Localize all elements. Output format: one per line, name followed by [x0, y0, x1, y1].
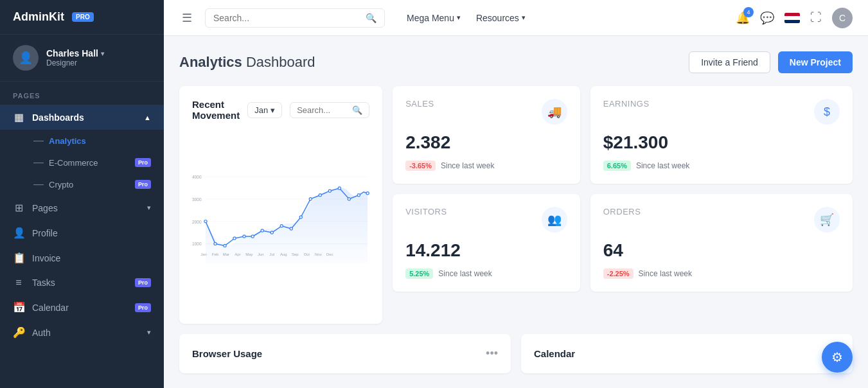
svg-point-21: [328, 190, 331, 192]
resources-link[interactable]: Resources ▾: [470, 9, 532, 27]
user-info: Charles Hall ▾ Designer: [46, 48, 151, 67]
visitors-value: 14.212: [405, 240, 567, 261]
svg-point-13: [251, 235, 254, 238]
user-avatar-top[interactable]: C: [832, 8, 853, 28]
user-section[interactable]: 👤 Charles Hall ▾ Designer: [0, 35, 164, 82]
sales-icon: 🚚: [542, 99, 567, 125]
svg-point-22: [338, 187, 341, 190]
chevron-up-icon: ▲: [144, 114, 151, 121]
svg-point-19: [309, 198, 312, 200]
sidebar-item-invoice[interactable]: 📋 Invoice: [0, 245, 164, 270]
sidebar-item-analytics[interactable]: — Analytics: [0, 130, 164, 152]
sidebar-item-profile[interactable]: 👤 Profile: [0, 220, 164, 245]
orders-label: Orders: [603, 207, 641, 216]
expand-icon[interactable]: ⛶: [810, 11, 822, 24]
svg-text:Dec: Dec: [326, 252, 333, 256]
sidebar-item-tasks[interactable]: ≡ Tasks Pro: [0, 270, 164, 295]
nav-group-header-dashboards[interactable]: ▦ Dashboards ▲: [0, 105, 164, 130]
chevron-down-icon: ▾: [457, 13, 461, 22]
sales-badge: -3.65%: [405, 161, 436, 171]
visitors-card: Visitors 👥 14.212 5.25% Since last week: [393, 194, 580, 292]
page-title-wrap: Analytics Dashboard: [179, 54, 689, 71]
sidebar-item-pages[interactable]: ⊞ Pages ▾: [0, 195, 164, 220]
earnings-footer: 6.65% Since last week: [603, 161, 840, 171]
user-role: Designer: [46, 58, 151, 67]
svg-text:Nov: Nov: [315, 252, 322, 256]
auth-label: Auth: [32, 328, 139, 338]
profile-label: Profile: [32, 228, 151, 238]
sidebar-item-auth[interactable]: 🔑 Auth ▾: [0, 320, 164, 345]
page-header: Analytics Dashboard Invite a Friend New …: [179, 51, 853, 73]
visitors-footer: 5.25% Since last week: [405, 269, 567, 279]
svg-point-23: [348, 198, 350, 200]
orders-card: Orders 🛒 64 -2.25% Since last week: [590, 194, 853, 292]
auth-icon: 🔑: [13, 326, 24, 339]
message-icon[interactable]: 💬: [760, 11, 774, 25]
mega-menu-link[interactable]: Mega Menu ▾: [400, 9, 467, 27]
main-grid: Sales 🚚 2.382 -3.65% Since last week Vis…: [179, 86, 853, 324]
invoice-label: Invoice: [32, 253, 151, 263]
ecommerce-label: E-Commerce: [49, 158, 98, 168]
nav-links: Mega Menu ▾ Resources ▾: [400, 9, 532, 27]
calendar-label: Calendar: [32, 303, 127, 313]
svg-text:Jan: Jan: [200, 252, 207, 256]
month-label: Jan: [254, 105, 268, 115]
topbar: ☰ 🔍 Mega Menu ▾ Resources ▾ 🔔 4 💬 ⛶ C: [164, 0, 868, 36]
search-input[interactable]: [213, 13, 360, 23]
browser-usage-card: Browser Usage •••: [179, 334, 511, 373]
chevron-down-month: ▾: [270, 105, 275, 115]
orders-icon: 🛒: [814, 207, 840, 233]
svg-point-14: [261, 229, 263, 232]
earnings-card-header: Earnings $: [603, 99, 840, 125]
month-select[interactable]: Jan ▾: [247, 102, 282, 118]
brand-badge: PRO: [72, 12, 94, 22]
topbar-right: 🔔 4 💬 ⛶ C: [736, 8, 853, 28]
pages-label: Pages: [0, 82, 164, 105]
visitors-badge: 5.25%: [405, 269, 433, 279]
header-actions: Invite a Friend New Project: [689, 51, 853, 73]
new-project-button[interactable]: New Project: [778, 51, 853, 73]
hamburger-icon[interactable]: ☰: [179, 8, 195, 28]
dash-icon: —: [33, 135, 44, 146]
svg-text:May: May: [245, 252, 252, 256]
svg-text:Sep: Sep: [292, 252, 299, 256]
svg-point-25: [366, 192, 369, 195]
svg-point-10: [224, 244, 226, 247]
earnings-since: Since last week: [636, 161, 689, 170]
search-wrap[interactable]: 🔍: [205, 8, 385, 28]
calendar-card-title: Calendar: [534, 348, 575, 359]
pro-badge-crypto: Pro: [135, 180, 151, 189]
orders-badge: -2.25%: [603, 269, 633, 279]
chart-search-wrap[interactable]: 🔍: [290, 102, 369, 118]
browser-usage-dots[interactable]: •••: [486, 347, 498, 360]
user-name: Charles Hall ▾: [46, 48, 151, 58]
visitors-since: Since last week: [438, 269, 492, 278]
dashboards-icon: ▦: [13, 111, 24, 123]
visitors-card-header: Visitors 👥: [405, 207, 567, 233]
sidebar-item-ecommerce[interactable]: — E-Commerce Pro: [0, 152, 164, 173]
chart-search-input[interactable]: [297, 105, 348, 115]
svg-point-20: [319, 194, 321, 197]
avatar: 👤: [13, 45, 39, 71]
notification-icon[interactable]: 🔔 4: [736, 11, 750, 25]
sidebar-item-calendar[interactable]: 📅 Calendar Pro: [0, 295, 164, 320]
calendar-card-header: Calendar •••: [534, 347, 840, 360]
svg-text:2000: 2000: [192, 220, 202, 224]
flag-icon[interactable]: [784, 13, 800, 23]
earnings-card: Earnings $ $21.300 6.65% Since last week: [590, 86, 853, 184]
fab-button[interactable]: ⚙: [822, 342, 853, 373]
nav-sub-dashboards: — Analytics — E-Commerce Pro — Crypto Pr…: [0, 130, 164, 195]
invite-button[interactable]: Invite a Friend: [689, 51, 770, 73]
profile-icon: 👤: [13, 227, 24, 239]
visitors-icon: 👥: [542, 207, 567, 233]
pro-badge-tasks: Pro: [135, 278, 151, 287]
sales-label: Sales: [405, 99, 434, 109]
sidebar-item-crypto[interactable]: — Crypto Pro: [0, 173, 164, 195]
svg-text:Mar: Mar: [223, 252, 229, 256]
svg-text:Aug: Aug: [280, 252, 287, 256]
tasks-label: Tasks: [32, 278, 127, 288]
dash-icon: —: [33, 157, 44, 168]
svg-point-12: [243, 235, 245, 238]
earnings-label: Earnings: [603, 99, 650, 109]
orders-card-header: Orders 🛒: [603, 207, 840, 233]
